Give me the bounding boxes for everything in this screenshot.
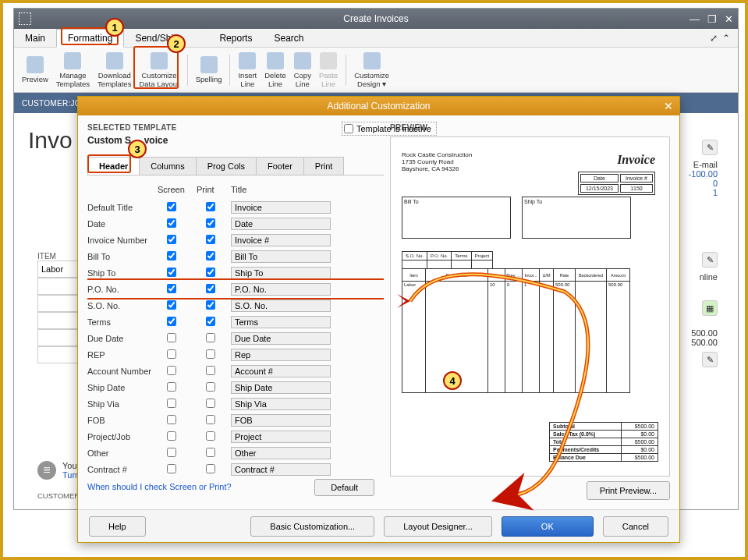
print-checkbox[interactable] <box>206 202 215 211</box>
item-cell[interactable] <box>37 312 80 329</box>
toolbar-copy-line[interactable]: CopyLine <box>291 51 314 90</box>
tab-columns[interactable]: Columns <box>140 157 196 175</box>
print-checkbox[interactable] <box>206 399 215 408</box>
screen-checkbox[interactable] <box>167 202 176 211</box>
print-checkbox[interactable] <box>206 366 215 375</box>
screen-checkbox[interactable] <box>167 431 176 441</box>
print-checkbox[interactable] <box>206 431 215 441</box>
item-cell[interactable]: Labor <box>37 261 80 278</box>
field-label: Terms <box>87 317 158 327</box>
cancel-button[interactable]: Cancel <box>603 516 668 537</box>
item-cell[interactable] <box>37 295 80 312</box>
toolbar-spelling[interactable]: Spelling <box>193 55 225 85</box>
title-input[interactable] <box>231 332 331 345</box>
screen-checkbox[interactable] <box>167 366 176 375</box>
close-icon[interactable]: ✕ <box>725 13 733 25</box>
item-cell[interactable] <box>37 329 80 346</box>
screen-print-help-link[interactable]: When should I check Screen or Print? <box>87 482 232 491</box>
title-input[interactable] <box>231 218 331 230</box>
template-inactive-toggle[interactable]: Template is inactive <box>342 122 437 136</box>
edit-icon[interactable]: ✎ <box>702 252 718 268</box>
separator <box>346 55 346 86</box>
tab-search[interactable]: Search <box>263 30 314 47</box>
template-inactive-checkbox[interactable] <box>344 124 353 133</box>
title-input[interactable] <box>231 365 331 377</box>
toolbar-download-templates[interactable]: DownloadTemplates <box>94 51 134 90</box>
print-checkbox[interactable] <box>206 218 215 228</box>
screen-checkbox[interactable] <box>167 218 176 228</box>
toolbar-customize-design[interactable]: CustomizeDesign ▾ <box>351 51 392 90</box>
screen-checkbox[interactable] <box>167 448 176 457</box>
print-checkbox[interactable] <box>206 235 215 244</box>
toolbar-insert-line[interactable]: InsertLine <box>235 51 260 90</box>
tab-header[interactable]: Header <box>87 157 140 175</box>
title-input[interactable] <box>231 234 331 246</box>
title-input[interactable] <box>231 283 331 296</box>
layout-designer-button[interactable]: Layout Designer... <box>384 516 492 537</box>
screen-checkbox[interactable] <box>167 333 176 342</box>
item-cell[interactable] <box>37 346 80 363</box>
screen-checkbox[interactable] <box>167 464 176 473</box>
tab-reports[interactable]: Reports <box>208 30 263 47</box>
basic-customization-button[interactable]: Basic Customization... <box>250 516 374 537</box>
maximize-icon[interactable]: ❐ <box>707 13 717 25</box>
print-checkbox[interactable] <box>206 448 215 457</box>
help-button[interactable]: Help <box>89 516 146 537</box>
title-input[interactable] <box>231 201 331 214</box>
screen-checkbox[interactable] <box>167 251 176 261</box>
print-checkbox[interactable] <box>206 333 215 342</box>
tab-main[interactable]: Main <box>14 30 56 47</box>
print-checkbox[interactable] <box>206 464 215 473</box>
screen-checkbox[interactable] <box>167 268 176 277</box>
toolbar-delete-line[interactable]: DeleteLine <box>261 51 289 90</box>
dialog-close-icon[interactable]: ✕ <box>664 100 673 112</box>
tab-prog-cols[interactable]: Prog Cols <box>197 157 257 175</box>
screen-checkbox[interactable] <box>167 349 176 359</box>
print-checkbox[interactable] <box>206 300 215 310</box>
screen-checkbox[interactable] <box>167 382 176 392</box>
screen-checkbox[interactable] <box>167 399 176 408</box>
edit-icon[interactable]: ✎ <box>702 352 718 367</box>
minimize-icon[interactable]: — <box>690 13 700 25</box>
print-checkbox[interactable] <box>206 349 215 359</box>
title-input[interactable] <box>231 447 331 459</box>
title-input[interactable] <box>231 414 331 427</box>
title-input[interactable] <box>231 250 331 263</box>
print-checkbox[interactable] <box>206 284 215 293</box>
col-print: Print <box>197 185 231 194</box>
title-input[interactable] <box>231 299 331 312</box>
screen-checkbox[interactable] <box>167 235 176 244</box>
screen-checkbox[interactable] <box>167 300 176 310</box>
title-input[interactable] <box>231 316 331 328</box>
default-button[interactable]: Default <box>314 479 374 496</box>
title-input[interactable] <box>231 349 331 361</box>
toolbar-preview[interactable]: Preview <box>19 55 51 85</box>
title-input[interactable] <box>231 267 331 279</box>
ok-button[interactable]: OK <box>502 516 594 537</box>
title-input[interactable] <box>231 431 331 443</box>
copy-line-icon <box>294 52 311 69</box>
print-checkbox[interactable] <box>206 251 215 261</box>
tab-print[interactable]: Print <box>304 157 345 175</box>
title-input[interactable] <box>231 463 331 476</box>
print-checkbox[interactable] <box>206 268 215 277</box>
excel-icon[interactable]: ▦ <box>702 300 718 316</box>
print-preview-button[interactable]: Print Preview... <box>587 481 670 500</box>
title-input[interactable] <box>231 398 331 410</box>
print-checkbox[interactable] <box>206 317 215 326</box>
preview-shipto: Ship To <box>522 197 631 239</box>
toolbar-manage-templates[interactable]: ManageTemplates <box>53 51 93 90</box>
title-input[interactable] <box>231 381 331 394</box>
chevron-down-icon[interactable]: ⌃ <box>722 33 730 44</box>
edit-icon[interactable]: ✎ <box>702 140 718 155</box>
print-checkbox[interactable] <box>206 415 215 424</box>
tab-footer[interactable]: Footer <box>257 157 304 175</box>
item-cell[interactable] <box>37 278 80 295</box>
screen-checkbox[interactable] <box>167 284 176 293</box>
preview-billto: Bill To <box>402 197 511 239</box>
print-checkbox[interactable] <box>206 382 215 392</box>
screen-checkbox[interactable] <box>167 415 176 424</box>
toolbar-customize-data-layout[interactable]: CustomizeData Layout <box>136 51 182 90</box>
expand-icon[interactable]: ⤢ <box>710 33 718 44</box>
screen-checkbox[interactable] <box>167 317 176 326</box>
